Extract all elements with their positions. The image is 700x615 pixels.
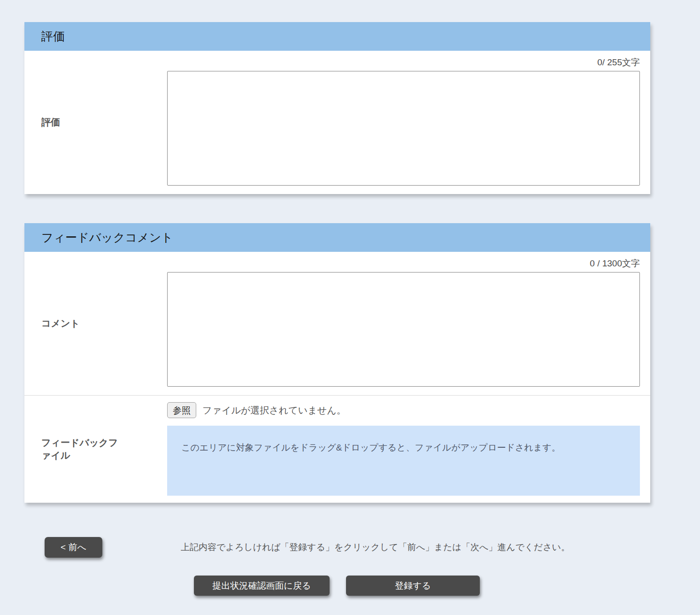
- feedback-file-label-cell: フィードバックファイル: [24, 396, 167, 503]
- comment-label-cell: コメント: [24, 252, 167, 395]
- evaluation-field-cell: 0/ 255文字: [167, 51, 650, 194]
- evaluation-row: 評価 0/ 255文字: [24, 51, 650, 194]
- register-button[interactable]: 登録する: [346, 576, 480, 596]
- browse-file-button[interactable]: 参照: [167, 402, 196, 418]
- file-dropzone[interactable]: このエリアに対象ファイルをドラッグ&ドロップすると、ファイルがアップロードされま…: [167, 426, 640, 496]
- evaluation-textarea[interactable]: [167, 71, 640, 186]
- feedback-file-label: フィードバックファイル: [41, 436, 127, 462]
- evaluation-label: 評価: [41, 116, 60, 129]
- footer-navigation: < 前へ 上記内容でよろしければ「登録する」をクリックして「前へ」または「次へ」…: [45, 537, 700, 558]
- feedback-file-field-cell: 参照 ファイルが選択されていません。 このエリアに対象ファイルをドラッグ&ドロッ…: [167, 396, 650, 503]
- prev-button[interactable]: < 前へ: [45, 537, 102, 558]
- feedback-file-row: フィードバックファイル 参照 ファイルが選択されていません。 このエリアに対象フ…: [24, 396, 650, 503]
- feedback-section-title: フィードバックコメント: [41, 230, 173, 245]
- file-input-line: 参照 ファイルが選択されていません。: [167, 402, 640, 418]
- comment-char-counter: 0 / 1300文字: [167, 258, 640, 269]
- comment-textarea[interactable]: [167, 272, 640, 387]
- no-file-selected-text: ファイルが選択されていません。: [202, 404, 346, 417]
- back-to-status-button[interactable]: 提出状況確認画面に戻る: [194, 576, 330, 596]
- comment-row: コメント 0 / 1300文字: [24, 252, 650, 395]
- file-dropzone-text: このエリアに対象ファイルをドラッグ&ドロップすると、ファイルがアップロードされま…: [181, 443, 561, 452]
- feedback-section: フィードバックコメント コメント 0 / 1300文字 フィードバックファイル …: [24, 223, 650, 503]
- evaluation-char-counter: 0/ 255文字: [167, 57, 640, 68]
- footer-actions: 提出状況確認画面に戻る 登録する: [194, 576, 700, 596]
- evaluation-section-title: 評価: [41, 29, 65, 44]
- evaluation-section-header: 評価: [24, 22, 650, 51]
- comment-field-cell: 0 / 1300文字: [167, 252, 650, 395]
- evaluation-label-cell: 評価: [24, 51, 167, 194]
- comment-label: コメント: [41, 317, 80, 330]
- instruction-text: 上記内容でよろしければ「登録する」をクリックして「前へ」または「次へ」進んでくだ…: [181, 541, 570, 553]
- evaluation-section: 評価 評価 0/ 255文字: [24, 22, 650, 194]
- feedback-section-header: フィードバックコメント: [24, 223, 650, 252]
